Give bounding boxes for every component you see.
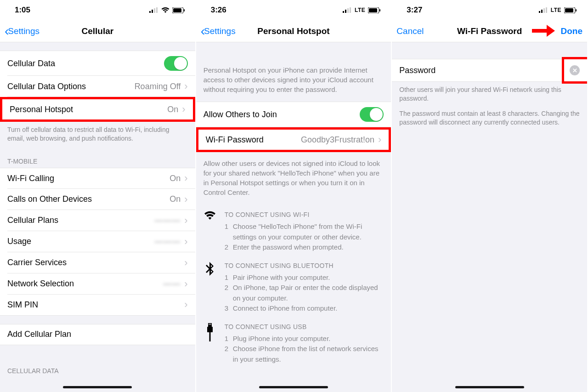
svg-rect-7 (343, 11, 344, 13)
row-label: Calls on Other Devices (7, 194, 170, 204)
cellular-options-row[interactable]: Cellular Data Options Roaming Off › (0, 76, 195, 97)
svg-rect-15 (209, 324, 209, 324)
footer-text: Other users will join your shared Wi-Fi … (392, 82, 587, 109)
row-label: Cellular Data Options (7, 82, 135, 91)
svg-rect-24 (565, 8, 573, 12)
nav-bar: ‹ Settings Personal Hotspot (196, 20, 391, 42)
row-label: SIM PIN (7, 300, 184, 310)
cancel-button[interactable]: Cancel (396, 26, 424, 36)
chevron-right-icon: › (184, 237, 187, 247)
screen-wifi-password: 3:27 LTE Cancel Wi-Fi Password Done Pass… (392, 0, 588, 392)
allow-others-row[interactable]: Allow Others to Join (196, 102, 391, 127)
signal-icon (149, 7, 158, 13)
carrier-services-row[interactable]: Carrier Services › (0, 252, 195, 273)
signal-icon (343, 7, 352, 13)
allow-others-toggle[interactable] (360, 107, 384, 122)
row-label: Personal Hotspot (10, 105, 167, 114)
chevron-right-icon: › (184, 173, 187, 183)
calls-other-row[interactable]: Calls on Other Devices On › (0, 189, 195, 210)
usage-row[interactable]: Usage ——— › (0, 231, 195, 252)
svg-rect-3 (156, 7, 158, 13)
screen-personal-hotspot: 3:26 LTE ‹ Settings Personal Hotspot Per… (196, 0, 392, 392)
chevron-right-icon: › (184, 279, 187, 289)
clock: 3:27 (407, 6, 422, 15)
row-label: Wi-Fi Calling (7, 174, 170, 183)
row-label: Wi-Fi Password (206, 135, 301, 145)
network-selection-row[interactable]: Network Selection —— › (0, 273, 195, 295)
chevron-right-icon: › (184, 300, 187, 310)
personal-hotspot-row[interactable]: Personal Hotspot On › (0, 97, 195, 122)
back-button[interactable]: ‹ Settings (5, 25, 40, 38)
footer-text: The password must contain at least 8 cha… (392, 109, 587, 133)
sim-pin-row[interactable]: SIM PIN › (0, 295, 195, 316)
svg-rect-18 (209, 332, 210, 341)
svg-rect-25 (576, 9, 577, 11)
wifi-password-row[interactable]: Wi-Fi Password Goodby3Frustrat!on › (196, 127, 391, 152)
cellular-data-row[interactable]: Cellular Data (0, 51, 195, 76)
usb-icon (206, 323, 214, 341)
chevron-right-icon: › (182, 104, 185, 114)
svg-rect-19 (539, 11, 540, 13)
svg-rect-2 (154, 8, 155, 13)
status-bar: 1:05 (0, 0, 195, 20)
row-label: Network Selection (7, 279, 163, 289)
row-label: Add Cellular Plan (7, 330, 188, 339)
nav-bar: ‹ Settings Cellular (0, 20, 195, 42)
wifi-icon (204, 211, 216, 220)
page-title: Personal Hotspot (257, 26, 329, 36)
row-value: On (170, 194, 181, 204)
clock: 3:26 (211, 6, 226, 15)
lte-label: LTE (551, 7, 561, 13)
back-label: Settings (8, 26, 40, 36)
row-value: On (167, 105, 178, 114)
back-button[interactable]: ‹ Settings (201, 25, 236, 38)
row-value: ——— (154, 237, 181, 246)
step-text: Pair iPhone with your computer. (233, 273, 330, 283)
chevron-right-icon: › (184, 194, 187, 205)
svg-rect-0 (149, 11, 151, 13)
status-bar: 3:27 LTE (392, 0, 587, 20)
step-text: Enter the password when prompted. (233, 242, 344, 253)
battery-icon (564, 7, 577, 13)
row-label: Cellular Data (7, 59, 164, 68)
svg-rect-10 (350, 7, 351, 13)
add-cellular-plan-row[interactable]: Add Cellular Plan (0, 324, 195, 345)
page-title: Wi-Fi Password (457, 26, 522, 36)
connect-wifi: TO CONNECT USING WI-FI 1Choose "HelloTec… (196, 205, 391, 256)
section-header: T-MOBILE (0, 149, 195, 168)
cellular-plans-row[interactable]: Cellular Plans ——— › (0, 210, 195, 231)
footer-text: Turn off cellular data to restrict all d… (0, 122, 195, 149)
step-text: On iPhone, tap Pair or enter the code di… (233, 283, 384, 303)
chevron-right-icon: › (184, 81, 187, 91)
step-text: Connect to iPhone from computer. (233, 303, 338, 314)
svg-rect-1 (152, 10, 153, 13)
wifi-calling-row[interactable]: Wi-Fi Calling On › (0, 168, 195, 189)
home-indicator[interactable] (455, 386, 524, 388)
signal-icon (539, 7, 548, 13)
lte-label: LTE (355, 7, 365, 13)
cellular-data-toggle[interactable] (164, 56, 188, 71)
row-value: —— (163, 279, 181, 289)
row-label: Carrier Services (7, 258, 184, 267)
row-label: Cellular Plans (7, 216, 154, 225)
chevron-right-icon: › (184, 216, 187, 226)
row-label: Password (399, 66, 570, 75)
row-label: Allow Others to Join (204, 110, 360, 119)
bluetooth-icon (206, 262, 214, 276)
step-text: Choose iPhone from the list of network s… (233, 344, 384, 364)
svg-rect-17 (207, 327, 213, 332)
svg-rect-21 (543, 8, 545, 13)
chevron-right-icon: › (184, 258, 187, 268)
svg-rect-13 (379, 9, 380, 11)
step-text: Plug iPhone into your computer. (233, 334, 331, 344)
clear-icon[interactable]: ✕ (570, 65, 580, 75)
row-value: ——— (154, 216, 181, 225)
done-button[interactable]: Done (561, 26, 583, 36)
info-text: Personal Hotspot on your iPhone can prov… (196, 42, 391, 102)
svg-rect-14 (208, 323, 212, 327)
password-row[interactable]: Password ✕ (392, 59, 587, 82)
home-indicator[interactable] (63, 386, 132, 388)
screen-cellular: 1:05 ‹ Settings Cellular Cellular Data C… (0, 0, 196, 392)
home-indicator[interactable] (259, 386, 328, 388)
connect-title: TO CONNECT USING WI-FI (225, 210, 384, 220)
